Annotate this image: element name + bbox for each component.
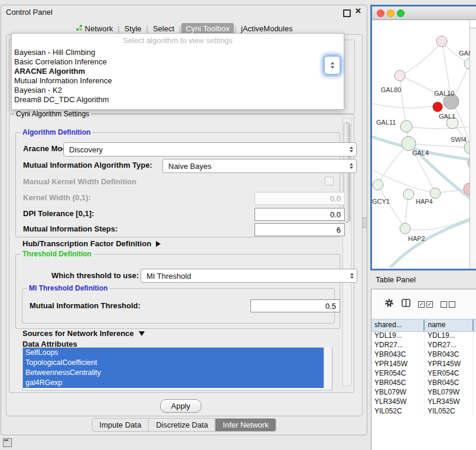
table-cell: 12 <box>472 340 476 350</box>
gear-icon[interactable] <box>384 298 394 310</box>
network-window: GAL80GAL10GAL1GAL11SWI4GAL4GCY1HAP4HAP2G… <box>370 5 476 270</box>
mi-threshold-field[interactable] <box>250 299 340 312</box>
network-node[interactable] <box>402 136 416 151</box>
network-node[interactable] <box>403 189 414 200</box>
select-all-icon[interactable] <box>418 301 433 308</box>
restore-panel-icon[interactable] <box>3 438 12 447</box>
table-column-header[interactable]: shared... <box>371 319 423 331</box>
threshold-definition-group: Threshold Definition Which threshold to … <box>15 254 340 329</box>
network-graph[interactable]: GAL80GAL10GAL1GAL11SWI4GAL4GCY1HAP4HAP2G… <box>372 20 476 268</box>
aracne-mode-select[interactable]: Discovery <box>63 142 357 156</box>
tab-label: Network <box>85 24 113 33</box>
combo-stepper-icon <box>350 273 354 279</box>
dpi-tolerance-field[interactable] <box>255 208 345 221</box>
attributes-scrollbar[interactable] <box>324 347 332 389</box>
top-tab-bar: Network|Style|Select|Cyni Toolbox|jActiv… <box>1 22 367 34</box>
network-node[interactable] <box>373 180 383 190</box>
network-scrollbar[interactable] <box>470 20 476 269</box>
table-row[interactable]: YPR145WYPR145W9. <box>371 359 476 369</box>
control-panel-window: Control Panel Network|Style|Select|Cyni … <box>1 5 367 435</box>
sources-disclosure[interactable]: Sources for Network Inference <box>22 329 145 338</box>
algorithm-option[interactable]: Bayesian - K2 <box>12 86 344 95</box>
algorithm-option[interactable]: Bayesian - Hill Climbing <box>12 48 344 57</box>
desktop: Control Panel Network|Style|Select|Cyni … <box>0 0 476 450</box>
cyni-algorithm-settings-group: Cyni Algorithm Settings Algorithm Defini… <box>9 114 354 393</box>
tab-select[interactable]: Select <box>149 23 178 34</box>
hub-definition-disclosure[interactable]: Hub/Transcription Factor Definition <box>22 239 161 248</box>
panel-divider-handle[interactable] <box>362 217 367 228</box>
data-attribute-item[interactable]: BetweennessCentrality <box>23 368 327 378</box>
network-node-label: SWI4 <box>451 136 467 143</box>
data-attribute-item[interactable]: SelfLoops <box>23 348 327 358</box>
table-row[interactable]: YDR27...YDR27...12 <box>371 340 476 350</box>
mi-type-select[interactable]: Naive Bayes <box>162 159 357 173</box>
tab-separator: | <box>234 24 236 33</box>
kernel-width-label: Kernel Width (0,1): <box>23 193 91 202</box>
data-attribute-item[interactable]: TopologicalCoefficient <box>23 358 327 368</box>
network-node-label: HAP2 <box>408 235 425 242</box>
minimize-traffic-light[interactable] <box>387 9 395 17</box>
network-node-label: GAL10 <box>434 90 454 97</box>
close-traffic-light[interactable] <box>377 9 384 17</box>
mi-steps-field[interactable] <box>255 223 345 236</box>
zoom-traffic-light[interactable] <box>397 9 405 17</box>
table-column-header[interactable]: name <box>423 319 472 331</box>
table-cell: 9. <box>472 359 476 369</box>
table-row[interactable]: YDL19...YDL19...13 <box>371 331 476 340</box>
algorithm-option[interactable]: Mutual Information Inference <box>12 76 344 86</box>
table-row[interactable]: YBL079WYBL079W <box>371 387 476 397</box>
algorithm-combobox-button[interactable] <box>324 56 340 74</box>
algorithm-option[interactable]: Basic Correlation Inference <box>12 57 344 67</box>
unchecked-box-icon <box>441 301 447 308</box>
table-row[interactable]: YBR045CYBR045C9. <box>371 378 476 387</box>
network-node-label: HAP4 <box>416 198 433 205</box>
network-node-label: GAL4 <box>412 149 429 156</box>
table-cell: YBR043C <box>371 350 424 359</box>
up-arrow-icon <box>331 62 334 64</box>
network-edge <box>409 144 471 148</box>
deselect-all-icon[interactable] <box>441 301 455 308</box>
table-row[interactable]: YBR043CYBR043C <box>371 350 476 359</box>
algorithm-option[interactable]: Dream8 DC_TDC Algorithm <box>12 95 344 105</box>
tab-network[interactable]: Network <box>71 23 118 34</box>
table-column-header[interactable] <box>472 319 476 331</box>
table-row[interactable]: YER054CYER054C8. <box>371 369 476 378</box>
network-edge <box>372 168 435 193</box>
bottom-tab-infer-network[interactable]: Infer Network <box>215 419 275 431</box>
collapsed-arrow-icon <box>156 241 161 247</box>
table-row[interactable]: YLR345WYLR345W9. <box>371 397 476 406</box>
table-row[interactable]: YIL052CYIL052C <box>371 406 476 416</box>
table-cell <box>472 387 476 397</box>
bottom-tab-discretize-data[interactable]: Discretize Data <box>148 419 215 431</box>
float-window-icon[interactable] <box>343 9 351 17</box>
group-title: Threshold Definition <box>21 250 93 258</box>
close-icon[interactable] <box>355 6 361 15</box>
tab-style[interactable]: Style <box>120 23 146 34</box>
network-node[interactable] <box>433 102 442 112</box>
network-node[interactable] <box>400 223 410 234</box>
network-icon <box>76 24 83 33</box>
tab-label: jActiveModules <box>241 24 292 33</box>
network-node[interactable] <box>430 188 441 198</box>
mi-steps-label: Mutual Information Steps: <box>23 224 118 233</box>
network-node[interactable] <box>400 120 412 132</box>
columns-icon[interactable] <box>402 299 410 309</box>
data-attribute-item[interactable]: gal4RGexp <box>23 378 327 388</box>
table-cell: YDL19... <box>424 331 472 340</box>
network-canvas[interactable]: GAL80GAL10GAL1GAL11SWI4GAL4GCY1HAP4HAP2G… <box>372 20 476 269</box>
network-node[interactable] <box>395 70 405 81</box>
kernel-width-field <box>255 192 345 205</box>
algorithm-option[interactable]: ARACNE Algorithm <box>12 67 344 76</box>
network-node[interactable] <box>436 36 447 47</box>
table-cell <box>472 406 476 416</box>
table-toolbar <box>371 289 476 319</box>
which-threshold-select[interactable]: MI Threshold <box>141 269 357 283</box>
apply-button[interactable]: Apply <box>160 399 201 413</box>
tab-cyni-toolbox[interactable]: Cyni Toolbox <box>181 23 233 34</box>
scrollbar-button[interactable] <box>470 20 476 28</box>
table-cell: 8. <box>472 369 476 378</box>
bottom-tab-bar: Impute DataDiscretize DataInfer Network <box>92 418 276 432</box>
bottom-tab-impute-data[interactable]: Impute Data <box>92 419 148 431</box>
table-cell: YIL052C <box>424 406 472 416</box>
tab-jactivemodules[interactable]: jActiveModules <box>237 23 296 34</box>
